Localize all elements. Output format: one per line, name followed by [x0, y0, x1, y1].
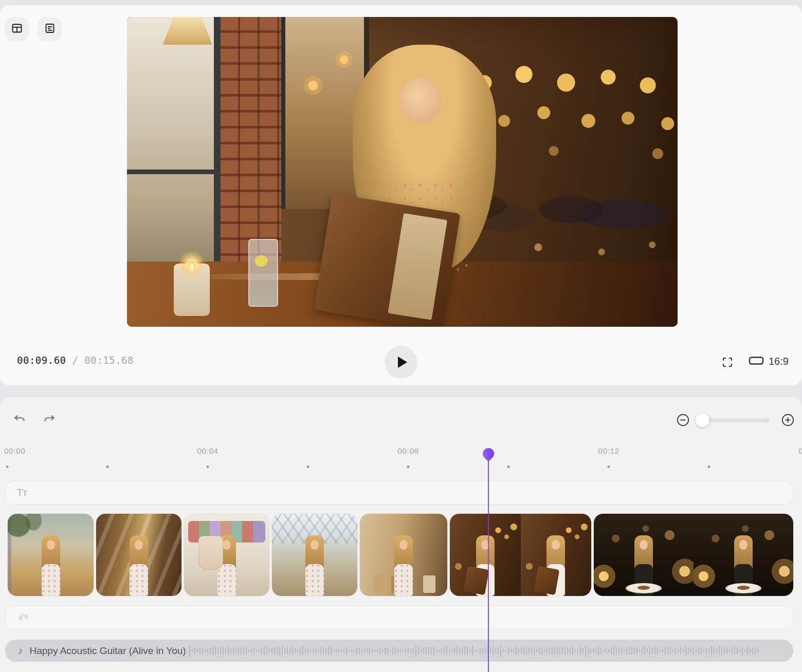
waveform-bar — [513, 649, 514, 653]
timeline-clip-shopping-bags[interactable] — [360, 514, 447, 596]
waveform-bar — [359, 647, 360, 654]
waveform-bar — [588, 646, 589, 655]
waveform-bar — [356, 647, 357, 654]
clip-person-figure — [467, 535, 503, 596]
aspect-ratio-control[interactable]: 16:9 — [749, 355, 789, 368]
waveform-bar — [739, 649, 740, 653]
zoom-in-button[interactable] — [781, 413, 795, 427]
waveform-bar — [703, 649, 704, 652]
waveform-bar — [523, 647, 524, 655]
aspect-ratio-rect-icon — [749, 355, 764, 368]
waveform-bar — [459, 648, 460, 654]
ruler-label: 00:00 — [4, 446, 25, 456]
preview-controls: 00:09.60 / 00:15.68 16:9 — [0, 338, 802, 385]
ruler-label: 00:12 — [598, 446, 619, 456]
waveform-bar — [238, 647, 239, 655]
audio-track-empty[interactable] — [5, 606, 793, 629]
waveform-bar — [241, 647, 242, 654]
waveform-bar — [546, 648, 548, 654]
waveform-bar — [580, 647, 581, 654]
waveform-bar — [451, 649, 452, 652]
waveform-bar — [528, 648, 530, 653]
timeline-clip-store[interactable] — [184, 514, 269, 596]
waveform-bar — [606, 648, 607, 654]
waveform-bar — [323, 647, 324, 654]
timeline-clip-window-shop[interactable] — [96, 514, 181, 596]
waveform-bar — [647, 648, 648, 654]
notes-view-button[interactable] — [38, 17, 62, 41]
waveform-bar — [431, 647, 432, 655]
waveform-bar — [521, 648, 522, 654]
waveform-bar — [269, 648, 270, 653]
timeline-clip-restaurant-menu[interactable] — [450, 514, 591, 596]
waveform-bar — [472, 646, 473, 655]
clip-person-figure — [121, 535, 157, 596]
waveform-bar — [477, 649, 478, 652]
zoom-slider[interactable] — [697, 418, 770, 422]
timeline-clip-street[interactable] — [8, 514, 94, 596]
audio-clip[interactable]: ♪ Happy Acoustic Guitar (Alive in You) — [5, 640, 793, 662]
waveform-bar — [426, 647, 427, 655]
time-ruler[interactable]: 00:0000:0400:0800:1200:16 — [0, 444, 802, 475]
video-editor-app: 00:09.60 / 00:15.68 16:9 — [0, 0, 802, 672]
waveform-bar — [642, 647, 643, 655]
clip-frame — [450, 514, 521, 596]
waveform-bar — [215, 647, 216, 655]
ruler-tick-dot — [207, 465, 209, 468]
zoom-out-icon — [676, 421, 690, 428]
play-icon — [398, 357, 407, 368]
waveform-bar — [585, 645, 586, 657]
clip-person-figure — [626, 535, 662, 596]
waveform-bar — [562, 647, 563, 655]
waveform-bar — [755, 646, 756, 655]
waveform-bar — [297, 649, 298, 653]
waveform-bar — [493, 646, 494, 656]
clip-person-figure — [725, 535, 761, 596]
fullscreen-button[interactable] — [721, 356, 734, 369]
waveform-bar — [701, 647, 702, 654]
clip-person-figure — [209, 535, 245, 596]
text-track[interactable]: Tт — [5, 481, 793, 505]
waveform-bar — [572, 646, 573, 655]
waveform-bar — [228, 646, 229, 655]
storyboard-grid-icon — [11, 22, 23, 36]
audio-clip-title: Happy Acoustic Guitar (Alive in You) — [30, 645, 186, 657]
zoom-slider-handle[interactable] — [696, 413, 709, 427]
waveform-bar — [292, 646, 293, 655]
waveform-bar — [439, 649, 440, 652]
redo-button[interactable] — [42, 413, 57, 427]
waveform-bar — [544, 649, 545, 653]
undo-button[interactable] — [12, 413, 27, 427]
waveform-bar — [719, 646, 720, 655]
waveform-bar — [207, 648, 208, 653]
storyboard-view-button[interactable] — [5, 17, 29, 41]
ruler-tick-dot — [6, 465, 9, 468]
waveform-bar — [333, 649, 334, 653]
waveform-bar — [567, 647, 568, 654]
waveform-bar — [672, 649, 673, 652]
waveform-bar — [256, 649, 257, 652]
waveform-bar — [336, 648, 337, 653]
timeline-clip-dinner[interactable] — [594, 514, 793, 596]
waveform-bar — [734, 647, 735, 655]
waveform-bar — [726, 647, 727, 655]
waveform-bar — [261, 648, 262, 654]
zoom-out-button[interactable] — [676, 413, 690, 427]
waveform-bar — [199, 648, 200, 654]
text-track-icon: Tт — [16, 487, 27, 499]
waveform-bar — [714, 647, 715, 654]
waveform-bar — [287, 647, 288, 655]
waveform-bar — [210, 648, 211, 654]
play-button[interactable] — [385, 346, 417, 379]
waveform-bar — [379, 647, 380, 654]
waveform-bar — [613, 646, 614, 656]
waveform-bar — [377, 649, 378, 653]
waveform-bar — [516, 646, 517, 655]
timeline-clip-mall[interactable] — [272, 514, 357, 596]
timeline-zoom-controls — [676, 413, 795, 427]
waveform-bar — [307, 648, 308, 654]
waveform-bar — [235, 648, 236, 653]
waveform-bar — [685, 646, 686, 656]
waveform-bar — [289, 647, 290, 654]
waveform-bar — [624, 649, 625, 652]
